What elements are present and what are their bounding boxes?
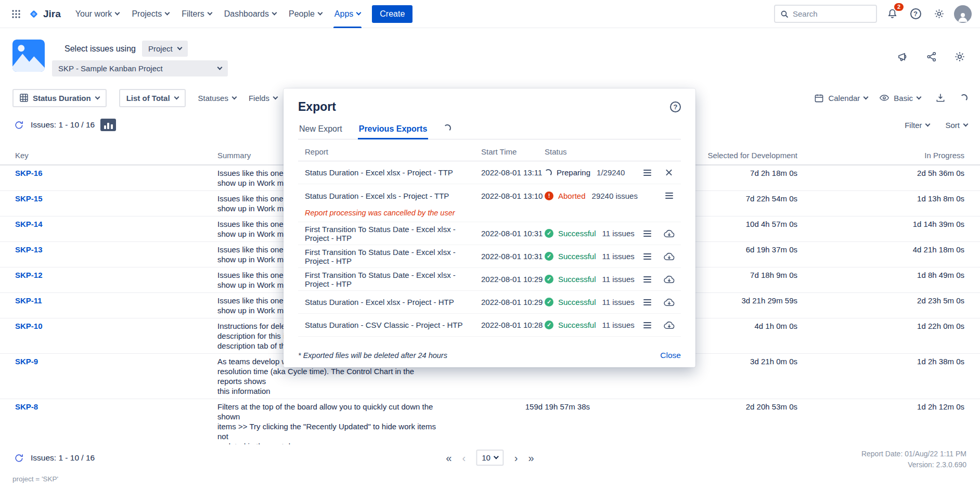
cloud-download-icon <box>664 229 675 238</box>
export-details-button[interactable] <box>639 317 655 333</box>
export-cancel-button[interactable] <box>661 165 677 181</box>
tab-previous-exports[interactable]: Previous Exports <box>358 120 429 139</box>
fields-dropdown[interactable]: Fields <box>249 94 277 103</box>
export-download-button[interactable] <box>661 272 677 287</box>
nav-item-projects[interactable]: Projects <box>125 0 175 28</box>
select-mode-dropdown[interactable]: Project <box>142 41 188 57</box>
chevron-down-icon <box>207 10 212 16</box>
close-button[interactable]: Close <box>660 351 681 360</box>
column-header-status: Status <box>545 143 639 161</box>
issue-key-link[interactable]: SKP-8 <box>15 402 38 411</box>
create-button[interactable]: Create <box>372 5 412 23</box>
export-download-button[interactable] <box>661 317 677 333</box>
nav-item-filters[interactable]: Filters <box>175 0 218 28</box>
issue-key-link[interactable]: SKP-15 <box>15 194 43 203</box>
issue-key-link[interactable]: SKP-9 <box>15 357 38 366</box>
issue-key-link[interactable]: SKP-13 <box>15 245 43 254</box>
issue-key-link[interactable]: SKP-12 <box>15 271 43 279</box>
settings-button[interactable] <box>931 6 947 22</box>
issue-duration: 2d 23h 5m 0s <box>797 293 964 318</box>
success-icon: ✓ <box>545 275 553 284</box>
previous-page-button[interactable]: ‹ <box>462 453 466 463</box>
issues-count-text: Issues: 1 - 10 / 16 <box>31 453 95 463</box>
search-icon <box>780 10 789 18</box>
export-download-button[interactable] <box>661 295 677 310</box>
pagination: « ‹ 10 › » <box>446 450 534 466</box>
notifications-button[interactable]: 2 <box>884 6 900 22</box>
export-report-name: Status Duration - Excel xls - Project - … <box>298 191 481 200</box>
export-details-button[interactable] <box>639 272 655 287</box>
app-grid-icon <box>11 9 21 19</box>
column-header-key[interactable]: Key <box>15 147 217 164</box>
jira-logo[interactable]: Jira <box>28 8 61 20</box>
version-text: Version: 2.3.0.690 <box>861 459 966 470</box>
chevron-down-icon <box>317 10 323 16</box>
share-button[interactable] <box>925 50 938 63</box>
issue-duration: 2d 5h 36m 0s <box>797 165 964 190</box>
refresh-button[interactable] <box>12 119 25 131</box>
issue-key-link[interactable]: SKP-11 <box>15 296 42 305</box>
list-of-dropdown[interactable]: List of Total <box>119 89 186 107</box>
statuses-dropdown[interactable]: Statuses <box>198 94 236 103</box>
export-details-button[interactable] <box>661 188 677 203</box>
issue-key-link[interactable]: SKP-14 <box>15 220 43 228</box>
chevron-down-icon <box>963 121 969 126</box>
chevron-down-icon <box>95 94 100 99</box>
app-switcher-button[interactable] <box>7 5 25 23</box>
nav-item-apps[interactable]: Apps <box>328 0 367 28</box>
export-details-button[interactable] <box>639 249 655 264</box>
filter-dropdown[interactable]: Filter <box>905 121 930 130</box>
report-settings-button[interactable] <box>953 50 966 63</box>
refresh-button[interactable] <box>12 452 25 464</box>
user-avatar[interactable] <box>954 5 972 23</box>
header-actions <box>897 50 966 63</box>
export-download-button[interactable] <box>661 226 677 241</box>
page-size-select[interactable]: 10 <box>476 450 504 466</box>
nav-item-people[interactable]: People <box>282 0 328 28</box>
search-input[interactable] <box>793 9 866 18</box>
view-mode-dropdown[interactable]: Basic <box>879 93 921 103</box>
loading-spinner <box>444 124 451 132</box>
chart-toggle-button[interactable] <box>100 119 116 131</box>
tab-new-export[interactable]: New Export <box>298 120 343 139</box>
last-page-button[interactable]: » <box>528 453 534 463</box>
brand-name: Jira <box>43 8 61 20</box>
calendar-dropdown[interactable]: Calendar <box>814 93 868 103</box>
megaphone-icon <box>897 50 910 63</box>
export-status-label: Preparing <box>557 168 590 177</box>
search-box[interactable] <box>774 5 877 23</box>
issue-duration: 1d 13h 8m 0s <box>797 191 964 216</box>
export-start-time: 2022-08-01 10:29 <box>481 298 545 306</box>
report-type-dropdown[interactable]: Status Duration <box>12 89 107 107</box>
column-header-in-progress[interactable]: In Progress <box>797 147 964 164</box>
issue-duration: 4d 21h 18m 0s <box>797 242 964 267</box>
issue-key-link[interactable]: SKP-16 <box>15 169 43 177</box>
dialog-help-button[interactable]: ? <box>670 101 681 112</box>
export-details-button[interactable] <box>639 165 655 181</box>
first-page-button[interactable]: « <box>446 453 452 463</box>
help-button[interactable]: ? <box>907 6 924 22</box>
project-dropdown[interactable]: SKP - Sample Kanban Project <box>52 60 228 76</box>
export-dialog: Export ? New Export Previous Exports Rep… <box>283 88 695 367</box>
chevron-down-icon <box>217 65 223 70</box>
export-report-name: First Transition To Status Date - Excel … <box>298 225 481 242</box>
issue-duration: 1d 22h 0m 0s <box>797 318 964 353</box>
export-status-label: Successful <box>558 229 596 238</box>
success-icon: ✓ <box>545 229 553 238</box>
person-icon <box>957 10 969 23</box>
chevron-down-icon <box>177 45 182 50</box>
menu-icon <box>643 253 651 260</box>
export-status-label: Successful <box>558 252 596 261</box>
next-page-button[interactable]: › <box>514 453 518 463</box>
issue-key-link[interactable]: SKP-10 <box>15 322 43 330</box>
export-details-button[interactable] <box>639 295 655 310</box>
export-button[interactable] <box>932 89 949 106</box>
feedback-button[interactable] <box>897 50 910 63</box>
chevron-down-icon <box>863 94 869 99</box>
nav-item-dashboards[interactable]: Dashboards <box>218 0 282 28</box>
nav-item-your-work[interactable]: Your work <box>69 0 126 28</box>
export-details-button[interactable] <box>639 226 655 241</box>
column-header-start-time: Start Time <box>481 143 545 161</box>
export-download-button[interactable] <box>661 249 677 264</box>
sort-dropdown[interactable]: Sort <box>945 121 968 130</box>
